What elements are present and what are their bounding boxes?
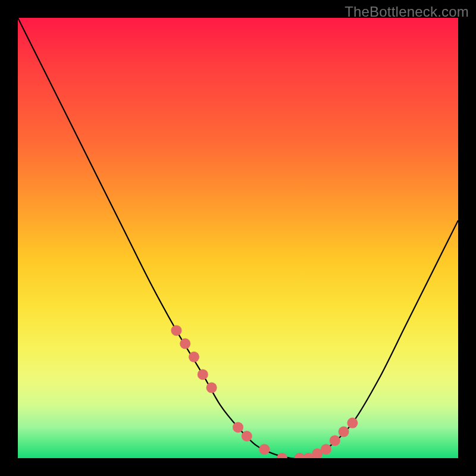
highlight-dot	[347, 418, 358, 428]
highlight-dot	[277, 453, 287, 458]
chart-frame: TheBottleneck.com	[0, 0, 476, 476]
highlight-dot	[259, 444, 270, 455]
highlight-dot	[242, 431, 252, 441]
curve-svg	[18, 18, 458, 458]
highlight-dot	[206, 383, 217, 393]
highlight-dot	[233, 422, 243, 433]
highlight-dot	[330, 435, 340, 446]
highlight-dot	[189, 352, 199, 362]
highlight-dot	[198, 369, 208, 380]
highlight-dot	[171, 325, 181, 336]
highlight-dot	[321, 444, 331, 455]
highlight-dots	[171, 325, 358, 458]
highlight-dot	[339, 427, 349, 437]
bottleneck-curve	[18, 18, 458, 458]
highlight-dot	[180, 339, 190, 349]
plot-area	[18, 18, 458, 458]
